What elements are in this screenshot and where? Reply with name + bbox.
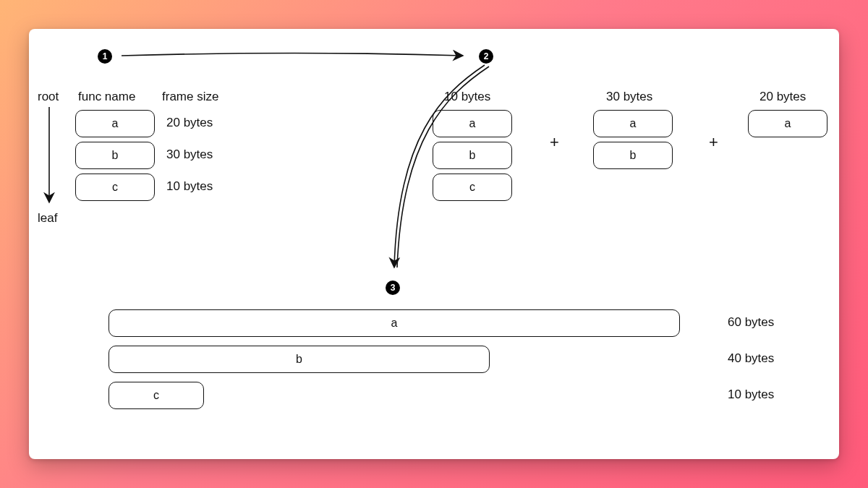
s2-g1-size: 10 bytes	[444, 90, 490, 104]
s1-frame-b: b	[75, 142, 155, 169]
s2-g1-frame-c: c	[433, 174, 512, 201]
s1-frame-a: a	[75, 110, 155, 137]
s3-bar-a: a	[109, 309, 680, 337]
s2-g2-frame-a: a	[593, 110, 673, 137]
s2-g3-size: 20 bytes	[760, 90, 806, 104]
s3-size-c: 10 bytes	[728, 388, 774, 402]
col-func-name: func name	[78, 90, 135, 104]
root-label: root	[38, 90, 59, 104]
s3-size-a: 60 bytes	[728, 315, 774, 330]
s2-g1-frame-a: a	[433, 110, 512, 137]
col-frame-size: frame size	[162, 90, 218, 104]
s1-size-c: 10 bytes	[166, 179, 213, 194]
s2-g2-frame-b: b	[593, 142, 673, 169]
plus-1: +	[550, 133, 559, 152]
plus-2: +	[709, 133, 718, 152]
s1-size-b: 30 bytes	[166, 147, 213, 162]
s2-g1-frame-b: b	[433, 142, 512, 169]
s2-g2-size: 30 bytes	[606, 90, 652, 104]
s3-size-b: 40 bytes	[728, 351, 774, 366]
s3-bar-c: c	[109, 382, 204, 409]
s1-size-a: 20 bytes	[166, 116, 213, 130]
diagram-panel: 1 2 3 root leaf func name frame size a 2…	[29, 29, 839, 459]
s2-g3-frame-a: a	[748, 110, 827, 137]
s1-frame-c: c	[75, 174, 155, 201]
leaf-label: leaf	[38, 211, 57, 226]
s3-bar-b: b	[109, 346, 490, 373]
